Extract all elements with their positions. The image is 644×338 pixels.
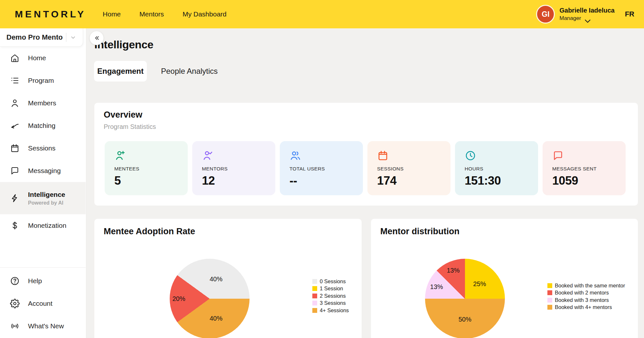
sidebar-item-label: What's New xyxy=(28,322,64,330)
sidebar-item-label: Program xyxy=(28,77,54,84)
calendar-icon xyxy=(10,143,20,153)
mentorly-logo: MENTORLY xyxy=(15,9,86,20)
sidebar-item-help[interactable]: Help xyxy=(0,270,86,292)
stat-value: 5 xyxy=(114,174,185,188)
sidebar-item-label: Monetization xyxy=(28,222,66,229)
user-role-label: Manager xyxy=(559,15,581,22)
legend-item: 4+ Sessions xyxy=(312,307,349,314)
nav-link-my-dashboard[interactable]: My Dashboard xyxy=(183,10,227,18)
pie-slice-label: 25% xyxy=(473,280,486,288)
chart-title: Mentor distribution xyxy=(380,227,459,237)
sidebar-item-home[interactable]: Home xyxy=(0,47,86,69)
user-meta: Gabrielle Iadeluca Manager xyxy=(559,7,614,22)
sidebar-item-label: Messaging xyxy=(28,167,61,175)
legend-item: Booked with 3 mentors xyxy=(547,296,625,304)
legend-item: 1 Session xyxy=(312,285,349,293)
nav-link-home[interactable]: Home xyxy=(103,10,121,18)
user-name: Gabrielle Iadeluca xyxy=(559,7,614,14)
gear-icon xyxy=(10,299,20,308)
stat-label: MENTEES xyxy=(114,166,185,172)
sidebar-item-program[interactable]: Program xyxy=(0,69,86,92)
stat-value: 151:30 xyxy=(465,174,535,188)
sidebar-item-matching[interactable]: Matching xyxy=(0,114,86,137)
avatar[interactable]: GI xyxy=(536,5,555,24)
legend-item: 2 Sessions xyxy=(312,292,349,300)
legend-label: 4+ Sessions xyxy=(320,307,349,314)
workspace-selector[interactable]: Demo Pro Mento... xyxy=(0,28,83,47)
matching-icon xyxy=(10,121,20,130)
legend-swatch xyxy=(312,286,317,291)
sidebar-item-intelligence[interactable]: Intelligence Powered by AI xyxy=(0,182,86,214)
nav-link-mentors[interactable]: Mentors xyxy=(139,10,164,18)
sidebar-item-sessions[interactable]: Sessions xyxy=(0,137,86,159)
stat-value: 174 xyxy=(377,174,447,188)
dollar-icon xyxy=(10,221,20,230)
workspace-name: Demo Pro Mento... xyxy=(6,33,63,42)
collapse-icon xyxy=(93,34,100,42)
stat-card-mentees: MENTEES 5 xyxy=(105,141,188,195)
legend-label: 1 Session xyxy=(320,285,343,292)
chevron-down-icon xyxy=(583,16,587,21)
top-navbar: MENTORLY Home Mentors My Dashboard GI Ga… xyxy=(0,0,644,28)
home-icon xyxy=(10,53,20,63)
stat-label: SESSIONS xyxy=(377,166,447,172)
legend-label: 2 Sessions xyxy=(320,293,346,299)
stat-card-total-users: TOTAL USERS -- xyxy=(280,141,363,195)
list-icon xyxy=(10,76,20,85)
overview-title: Overview xyxy=(104,110,142,120)
sidebar-item-messaging[interactable]: Messaging xyxy=(0,159,86,182)
pie-slice-label: 50% xyxy=(459,316,471,323)
chat-icon xyxy=(10,166,20,176)
navbar-right-cluster: GI Gabrielle Iadeluca Manager FR xyxy=(536,5,634,24)
sidebar-item-label: Intelligence xyxy=(28,191,65,198)
person-icon xyxy=(10,98,20,108)
legend-swatch xyxy=(547,290,552,295)
legend-item: 3 Sessions xyxy=(312,300,349,307)
chart-title: Mentee Adoption Rate xyxy=(104,227,195,237)
overview-card: Overview Program Statistics MENTEES 5 ME… xyxy=(94,103,638,206)
broadcast-icon xyxy=(10,321,20,331)
legend-item: Booked with 2 mentors xyxy=(547,289,625,297)
tab-engagement[interactable]: Engagement xyxy=(94,61,147,82)
workspace-divider xyxy=(66,33,66,42)
sidebar-item-label: Help xyxy=(28,277,42,285)
legend-swatch xyxy=(547,283,552,288)
sidebar-item-members[interactable]: Members xyxy=(0,92,86,114)
legend-label: Booked with 3 mentors xyxy=(555,297,609,303)
calendar-icon xyxy=(377,150,389,161)
pie-slice-label: 40% xyxy=(210,275,223,283)
pie-slice-label: 13% xyxy=(430,283,443,291)
legend-swatch xyxy=(312,279,317,284)
legend-swatch xyxy=(312,294,317,298)
language-toggle[interactable]: FR xyxy=(625,10,634,18)
legend-swatch xyxy=(547,305,552,310)
sidebar-footer: Help Account What's New xyxy=(0,267,86,337)
legend-label: 0 Sessions xyxy=(320,278,346,285)
people-icon xyxy=(289,150,301,161)
pie-slice-label: 13% xyxy=(447,266,459,274)
top-nav-links: Home Mentors My Dashboard xyxy=(103,10,226,18)
sidebar-item-account[interactable]: Account xyxy=(0,292,86,315)
legend-swatch xyxy=(547,298,552,303)
legend-swatch xyxy=(312,308,317,313)
sidebar-item-label: Account xyxy=(28,300,52,307)
stat-value: 1059 xyxy=(552,174,622,188)
sidebar-item-label: Home xyxy=(28,54,46,62)
user-role-dropdown[interactable]: Manager xyxy=(559,15,614,22)
tab-people-analytics[interactable]: People Analytics xyxy=(161,67,218,76)
pie-chart-mentee-adoption: 40%40%20% xyxy=(170,259,250,338)
legend-item: Booked with the same mentor xyxy=(547,282,625,289)
legend-item: Booked with 4+ mentors xyxy=(547,304,625,311)
legend-label: Booked with 2 mentors xyxy=(555,290,609,296)
person-check-icon xyxy=(202,150,213,161)
sidebar-collapse-button[interactable] xyxy=(90,31,104,45)
sidebar-menu: Home Program Members Matching Sessions M… xyxy=(0,47,86,237)
pie-slice-label: 40% xyxy=(210,315,223,322)
person-plus-icon xyxy=(114,150,126,161)
stat-card-messages-sent: MESSAGES SENT 1059 xyxy=(543,141,626,195)
sidebar-item-whats-new[interactable]: What's New xyxy=(0,315,86,337)
sidebar-item-monetization[interactable]: Monetization xyxy=(0,214,86,237)
chart-legend: 0 Sessions 1 Session 2 Sessions 3 Sessio… xyxy=(312,278,349,314)
bolt-icon xyxy=(10,193,20,203)
mentor-distribution-card: Mentor distribution 25%50%13%13% Booked … xyxy=(371,219,638,338)
